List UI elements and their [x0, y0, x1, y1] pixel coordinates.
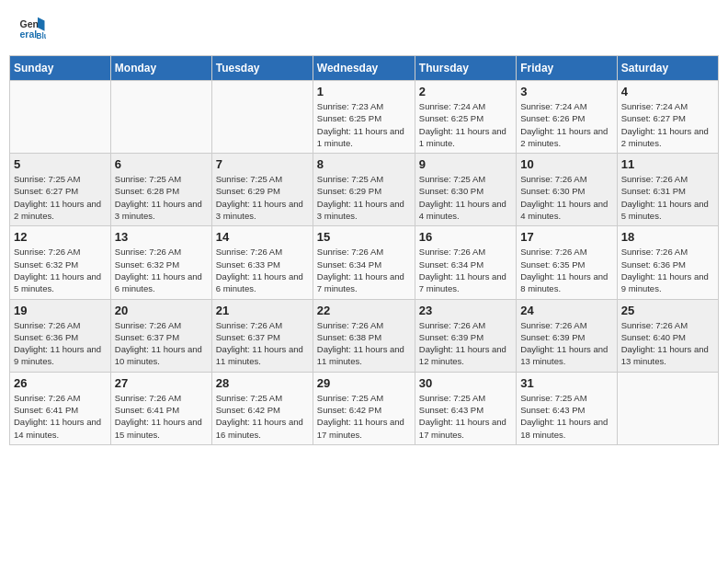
calendar-cell: 10Sunrise: 7:26 AMSunset: 6:30 PMDayligh… — [517, 154, 617, 226]
calendar-cell: 1Sunrise: 7:23 AMSunset: 6:25 PMDaylight… — [313, 81, 415, 154]
day-number: 13 — [115, 230, 208, 244]
calendar-cell: 14Sunrise: 7:26 AMSunset: 6:33 PMDayligh… — [211, 226, 313, 299]
calendar-cell: 24Sunrise: 7:26 AMSunset: 6:39 PMDayligh… — [517, 299, 617, 372]
day-info: Sunrise: 7:25 AMSunset: 6:42 PMDaylight:… — [216, 392, 309, 441]
calendar-cell: 18Sunrise: 7:26 AMSunset: 6:36 PMDayligh… — [617, 226, 718, 299]
day-number: 1 — [317, 85, 411, 98]
svg-marker-2 — [38, 17, 45, 31]
day-number: 19 — [14, 304, 107, 317]
calendar-cell: 19Sunrise: 7:26 AMSunset: 6:36 PMDayligh… — [10, 299, 111, 372]
day-info: Sunrise: 7:26 AMSunset: 6:32 PMDaylight:… — [14, 246, 107, 294]
logo-icon: Gen eral Blue — [18, 14, 46, 41]
day-number: 11 — [621, 157, 714, 171]
day-info: Sunrise: 7:25 AMSunset: 6:30 PMDaylight:… — [419, 173, 512, 222]
day-number: 29 — [317, 376, 411, 390]
calendar-cell: 5Sunrise: 7:25 AMSunset: 6:27 PMDaylight… — [10, 154, 111, 226]
day-info: Sunrise: 7:26 AMSunset: 6:33 PMDaylight:… — [216, 246, 309, 294]
day-info: Sunrise: 7:26 AMSunset: 6:38 PMDaylight:… — [317, 319, 411, 368]
day-number: 5 — [14, 157, 107, 171]
day-info: Sunrise: 7:25 AMSunset: 6:43 PMDaylight:… — [419, 392, 512, 441]
calendar-cell: 20Sunrise: 7:26 AMSunset: 6:37 PMDayligh… — [110, 299, 211, 372]
weekday-header: Tuesday — [211, 56, 313, 81]
svg-text:eral: eral — [20, 29, 38, 40]
day-info: Sunrise: 7:26 AMSunset: 6:36 PMDaylight:… — [14, 319, 107, 368]
day-info: Sunrise: 7:25 AMSunset: 6:29 PMDaylight:… — [216, 173, 309, 222]
calendar-cell: 22Sunrise: 7:26 AMSunset: 6:38 PMDayligh… — [313, 299, 415, 372]
day-info: Sunrise: 7:25 AMSunset: 6:27 PMDaylight:… — [14, 173, 107, 222]
calendar-cell: 23Sunrise: 7:26 AMSunset: 6:39 PMDayligh… — [415, 299, 516, 372]
day-number: 14 — [216, 230, 309, 244]
day-number: 30 — [419, 376, 512, 390]
day-info: Sunrise: 7:26 AMSunset: 6:34 PMDaylight:… — [419, 246, 512, 294]
weekday-header: Thursday — [415, 56, 516, 81]
day-info: Sunrise: 7:26 AMSunset: 6:41 PMDaylight:… — [14, 392, 107, 441]
day-info: Sunrise: 7:26 AMSunset: 6:39 PMDaylight:… — [419, 319, 512, 368]
calendar-header-row: SundayMondayTuesdayWednesdayThursdayFrid… — [10, 56, 719, 81]
day-info: Sunrise: 7:24 AMSunset: 6:26 PMDaylight:… — [520, 100, 612, 149]
day-number: 4 — [621, 85, 714, 98]
day-number: 12 — [14, 230, 107, 244]
day-info: Sunrise: 7:26 AMSunset: 6:37 PMDaylight:… — [216, 319, 309, 368]
calendar-cell: 13Sunrise: 7:26 AMSunset: 6:32 PMDayligh… — [110, 226, 211, 299]
day-info: Sunrise: 7:26 AMSunset: 6:39 PMDaylight:… — [520, 319, 612, 368]
day-number: 2 — [419, 85, 512, 98]
weekday-header: Friday — [517, 56, 617, 81]
day-info: Sunrise: 7:25 AMSunset: 6:43 PMDaylight:… — [520, 392, 612, 441]
day-number: 7 — [216, 157, 309, 171]
day-number: 10 — [520, 157, 612, 171]
day-number: 27 — [115, 376, 208, 390]
day-info: Sunrise: 7:24 AMSunset: 6:27 PMDaylight:… — [621, 100, 714, 149]
calendar-cell — [617, 372, 718, 444]
calendar-cell: 4Sunrise: 7:24 AMSunset: 6:27 PMDaylight… — [617, 81, 718, 154]
day-number: 28 — [216, 376, 309, 390]
day-number: 26 — [14, 376, 107, 390]
calendar-cell — [211, 81, 313, 154]
day-info: Sunrise: 7:26 AMSunset: 6:37 PMDaylight:… — [115, 319, 208, 368]
day-number: 15 — [317, 230, 411, 244]
day-info: Sunrise: 7:26 AMSunset: 6:34 PMDaylight:… — [317, 246, 411, 294]
calendar-week-row: 5Sunrise: 7:25 AMSunset: 6:27 PMDaylight… — [10, 154, 719, 226]
calendar-cell: 30Sunrise: 7:25 AMSunset: 6:43 PMDayligh… — [415, 372, 516, 444]
calendar-cell: 3Sunrise: 7:24 AMSunset: 6:26 PMDaylight… — [517, 81, 617, 154]
day-number: 23 — [419, 304, 512, 317]
day-number: 20 — [115, 304, 208, 317]
calendar-cell: 8Sunrise: 7:25 AMSunset: 6:29 PMDaylight… — [313, 154, 415, 226]
day-number: 6 — [115, 157, 208, 171]
day-info: Sunrise: 7:26 AMSunset: 6:30 PMDaylight:… — [520, 173, 612, 222]
day-info: Sunrise: 7:26 AMSunset: 6:31 PMDaylight:… — [621, 173, 714, 222]
calendar-week-row: 26Sunrise: 7:26 AMSunset: 6:41 PMDayligh… — [10, 372, 719, 444]
calendar-cell: 16Sunrise: 7:26 AMSunset: 6:34 PMDayligh… — [415, 226, 516, 299]
day-number: 8 — [317, 157, 411, 171]
calendar-cell: 29Sunrise: 7:25 AMSunset: 6:42 PMDayligh… — [313, 372, 415, 444]
weekday-header: Monday — [110, 56, 211, 81]
day-info: Sunrise: 7:25 AMSunset: 6:28 PMDaylight:… — [115, 173, 208, 222]
calendar-table: SundayMondayTuesdayWednesdayThursdayFrid… — [9, 55, 719, 445]
calendar-cell: 17Sunrise: 7:26 AMSunset: 6:35 PMDayligh… — [517, 226, 617, 299]
weekday-header: Sunday — [10, 56, 111, 81]
calendar-cell: 2Sunrise: 7:24 AMSunset: 6:25 PMDaylight… — [415, 81, 516, 154]
calendar-week-row: 1Sunrise: 7:23 AMSunset: 6:25 PMDaylight… — [10, 81, 719, 154]
day-number: 31 — [520, 376, 612, 390]
day-number: 16 — [419, 230, 512, 244]
calendar-cell: 31Sunrise: 7:25 AMSunset: 6:43 PMDayligh… — [517, 372, 617, 444]
day-number: 25 — [621, 304, 714, 317]
calendar-cell: 15Sunrise: 7:26 AMSunset: 6:34 PMDayligh… — [313, 226, 415, 299]
calendar-body: 1Sunrise: 7:23 AMSunset: 6:25 PMDaylight… — [10, 81, 719, 445]
calendar-cell: 27Sunrise: 7:26 AMSunset: 6:41 PMDayligh… — [110, 372, 211, 444]
calendar-cell — [110, 81, 211, 154]
day-info: Sunrise: 7:26 AMSunset: 6:41 PMDaylight:… — [115, 392, 208, 441]
day-info: Sunrise: 7:24 AMSunset: 6:25 PMDaylight:… — [419, 100, 512, 149]
day-info: Sunrise: 7:23 AMSunset: 6:25 PMDaylight:… — [317, 100, 411, 149]
calendar-cell: 6Sunrise: 7:25 AMSunset: 6:28 PMDaylight… — [110, 154, 211, 226]
day-info: Sunrise: 7:26 AMSunset: 6:36 PMDaylight:… — [621, 246, 714, 294]
calendar-cell: 26Sunrise: 7:26 AMSunset: 6:41 PMDayligh… — [10, 372, 111, 444]
calendar-cell: 25Sunrise: 7:26 AMSunset: 6:40 PMDayligh… — [617, 299, 718, 372]
calendar-cell: 12Sunrise: 7:26 AMSunset: 6:32 PMDayligh… — [10, 226, 111, 299]
calendar-week-row: 12Sunrise: 7:26 AMSunset: 6:32 PMDayligh… — [10, 226, 719, 299]
day-number: 17 — [520, 230, 612, 244]
calendar-cell — [10, 81, 111, 154]
day-number: 9 — [419, 157, 512, 171]
weekday-header: Wednesday — [313, 56, 415, 81]
day-number: 18 — [621, 230, 714, 244]
calendar-cell: 21Sunrise: 7:26 AMSunset: 6:37 PMDayligh… — [211, 299, 313, 372]
